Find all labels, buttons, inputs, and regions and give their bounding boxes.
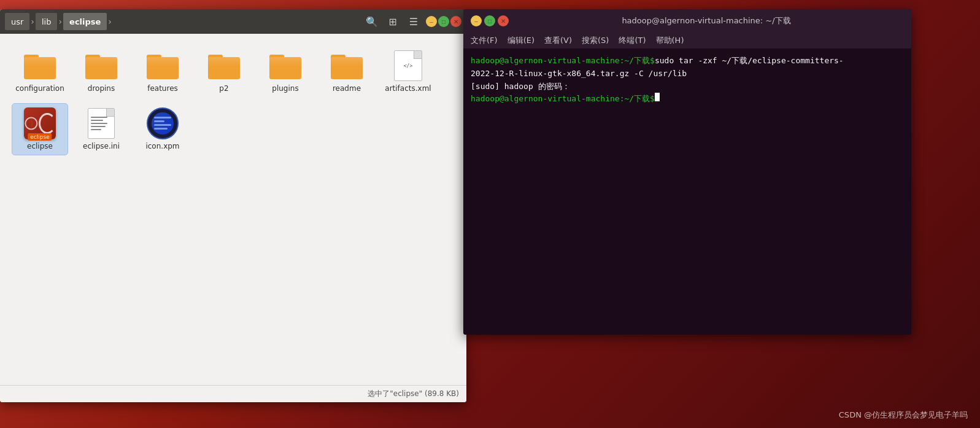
csdn-watermark: CSDN @仿生程序员会梦见电子羊吗 — [839, 410, 968, 421]
toolbar-icons: 🔍 ⊞ ☰ – □ ✕ — [363, 13, 461, 30]
terminal-line-2: [sudo] hadoop 的密码： — [471, 80, 904, 93]
folder-configuration[interactable]: configuration — [12, 46, 68, 98]
status-bar: 选中了"eclipse" (89.8 KB) — [0, 385, 466, 402]
terminal-prompt-1: hadoop@algernon-virtual-machine:~/下载$ — [471, 55, 655, 68]
file-label-artifacts-xml: artifacts.xml — [385, 84, 431, 94]
file-icon-xpm[interactable]: icon.xpm — [135, 104, 190, 155]
terminal-line-3: hadoop@algernon-virtual-machine:~/下载$ — [471, 93, 904, 106]
file-label-eclipse-exe: eclipse — [27, 142, 53, 152]
xpm-file-icon — [145, 107, 180, 139]
xml-file-icon: </> — [391, 50, 425, 82]
folder-label-p2: p2 — [219, 84, 228, 94]
selected-badge: eclipse — [28, 133, 52, 141]
folder-icon-features — [145, 50, 180, 82]
terminal-controls: – □ ✕ — [471, 15, 509, 26]
folder-icon-configuration — [23, 50, 57, 82]
terminal-cursor — [655, 93, 660, 101]
breadcrumb-eclipse[interactable]: eclipse — [63, 13, 107, 30]
menu-icon[interactable]: ☰ — [405, 13, 422, 30]
menu-edit[interactable]: 编辑(E) — [507, 35, 534, 46]
file-eclipse-exe[interactable]: eclipse eclipse — [12, 104, 68, 155]
terminal-content[interactable]: hadoop@algernon-virtual-machine:~/下载$ su… — [463, 49, 911, 335]
terminal-command-1: sudo tar -zxf ~/下载/eclipse-committers- — [655, 55, 844, 68]
file-label-eclipse-ini: eclipse.ini — [83, 142, 120, 152]
file-manager-titlebar: usr › lib › eclipse › 🔍 ⊞ ☰ – □ ✕ — [0, 9, 466, 34]
folder-label-features: features — [147, 84, 178, 94]
folder-icon-plugins — [268, 50, 303, 82]
terminal-prompt-3: hadoop@algernon-virtual-machine:~/下载$ — [471, 93, 655, 106]
menu-file[interactable]: 文件(F) — [471, 35, 498, 46]
term-close-button[interactable]: ✕ — [498, 15, 509, 26]
file-manager-window: usr › lib › eclipse › 🔍 ⊞ ☰ – □ ✕ — [0, 9, 466, 402]
folder-label-dropins: dropins — [88, 84, 115, 94]
menu-view[interactable]: 查看(V) — [544, 35, 572, 46]
folder-label-configuration: configuration — [15, 84, 64, 94]
terminal-line-1b: 2022-12-R-linux-gtk-x86_64.tar.gz -C /us… — [471, 68, 904, 80]
menu-terminal[interactable]: 终端(T) — [619, 35, 646, 46]
breadcrumb-bar: usr › lib › eclipse › — [5, 13, 363, 30]
maximize-button[interactable]: □ — [438, 16, 449, 27]
exe-file-icon: eclipse — [23, 107, 57, 139]
view-toggle-icon[interactable]: ⊞ — [384, 13, 401, 30]
minimize-button[interactable]: – — [426, 16, 437, 27]
close-button[interactable]: ✕ — [450, 16, 461, 27]
folder-features[interactable]: features — [135, 46, 190, 98]
folder-icon-p2 — [207, 50, 241, 82]
folder-icon-readme — [330, 50, 364, 82]
folder-icon-dropins — [84, 50, 118, 82]
folder-dropins[interactable]: dropins — [74, 46, 129, 98]
search-icon[interactable]: 🔍 — [363, 13, 380, 30]
breadcrumb-separator-3: › — [108, 17, 112, 26]
breadcrumb-separator-1: › — [31, 17, 34, 26]
breadcrumb-usr[interactable]: usr — [5, 13, 29, 30]
terminal-titlebar: – □ ✕ hadoop@algernon-virtual-machine: ~… — [463, 9, 911, 33]
ini-file-icon — [84, 107, 118, 139]
term-minimize-button[interactable]: – — [471, 15, 482, 26]
file-label-icon-xpm: icon.xpm — [145, 142, 179, 152]
csdn-watermark-text: CSDN @仿生程序员会梦见电子羊吗 — [839, 410, 968, 419]
breadcrumb-separator-2: › — [58, 17, 62, 26]
file-artifacts-xml[interactable]: </> artifacts.xml — [380, 46, 436, 98]
terminal-command-1b: 2022-12-R-linux-gtk-x86_64.tar.gz -C /us… — [471, 68, 687, 80]
folder-plugins[interactable]: plugins — [258, 46, 313, 98]
terminal-line-1: hadoop@algernon-virtual-machine:~/下载$ su… — [471, 55, 904, 68]
terminal-window: – □ ✕ hadoop@algernon-virtual-machine: ~… — [463, 9, 911, 335]
menu-search[interactable]: 搜索(S) — [582, 35, 609, 46]
folder-label-readme: readme — [333, 84, 361, 94]
term-maximize-button[interactable]: □ — [484, 15, 495, 26]
folder-readme[interactable]: readme — [319, 46, 374, 98]
terminal-menubar: 文件(F) 编辑(E) 查看(V) 搜索(S) 终端(T) 帮助(H) — [463, 33, 911, 49]
terminal-output-2: [sudo] hadoop 的密码： — [471, 80, 570, 93]
file-content-area: configuration dropins features — [0, 34, 466, 385]
status-text: 选中了"eclipse" (89.8 KB) — [368, 389, 459, 399]
menu-help[interactable]: 帮助(H) — [656, 35, 684, 46]
terminal-title: hadoop@algernon-virtual-machine: ~/下载 — [509, 15, 904, 26]
file-eclipse-ini[interactable]: eclipse.ini — [74, 104, 129, 155]
folder-p2[interactable]: p2 — [196, 46, 252, 98]
folder-label-plugins: plugins — [272, 84, 298, 94]
breadcrumb-lib[interactable]: lib — [36, 13, 57, 30]
window-controls: – □ ✕ — [426, 16, 461, 27]
